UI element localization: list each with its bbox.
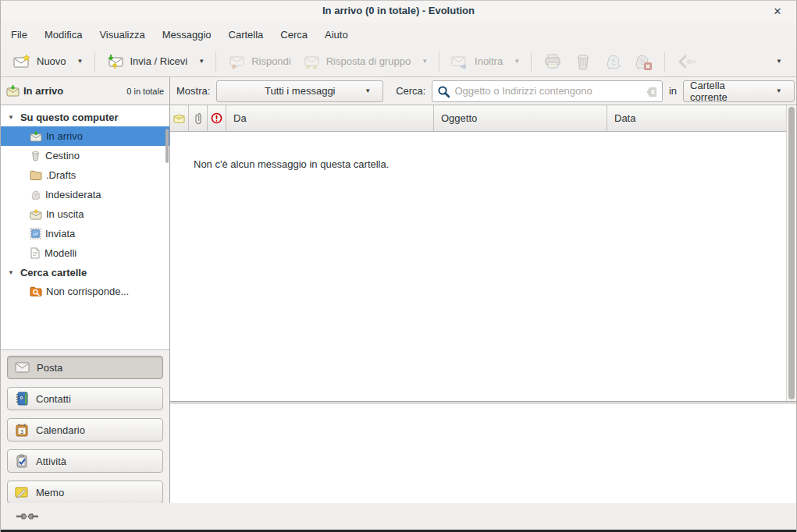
forward-label: Inoltra (475, 55, 503, 67)
switcher-calendar-button[interactable]: 3 Calendario (7, 418, 163, 442)
scrollbar-thumb[interactable] (788, 107, 795, 399)
folder-sent[interactable]: Inviata (1, 224, 169, 243)
new-dropdown-icon[interactable]: ▼ (72, 58, 89, 65)
close-icon[interactable]: ✕ (770, 4, 785, 20)
forward-icon (450, 54, 469, 69)
junk-icon (30, 190, 41, 200)
toolbar: Nuovo ▼ Invia / Ricevi ▼ Rispondi Rispos… (1, 46, 796, 77)
not-junk-icon (633, 53, 653, 70)
expander-icon[interactable]: ▼ (8, 269, 14, 276)
column-subject[interactable]: Oggetto (434, 105, 607, 132)
menu-cerca[interactable]: Cerca (272, 24, 316, 45)
online-status-icon[interactable] (16, 511, 38, 522)
print-button[interactable] (537, 49, 568, 74)
new-button-label: Nuovo (37, 55, 66, 67)
view-switcher: Posta Contatti 3 Calendario (1, 350, 169, 504)
content-area: ▼ Su questo computer In arrivo Cestino (1, 105, 796, 503)
group-reply-icon (302, 54, 321, 69)
search-box (432, 80, 663, 102)
document-icon (30, 247, 41, 259)
switcher-label: Posta (37, 362, 62, 374)
folder-drafts[interactable]: .Drafts (1, 165, 169, 185)
folder-label: Inviata (45, 228, 75, 239)
folder-tree: ▼ Su questo computer In arrivo Cestino (1, 105, 169, 350)
forward-dropdown-icon[interactable]: ▼ (508, 58, 525, 65)
switcher-mail-button[interactable]: Posta (7, 356, 163, 379)
main-pane: Da Oggetto Data Non c'è alcun messaggio … (170, 105, 796, 503)
preview-pane (170, 404, 796, 503)
empty-folder-message: Non c'è alcun messaggio in questa cartel… (170, 132, 796, 170)
column-status[interactable] (170, 105, 189, 132)
inbox-icon (6, 85, 20, 97)
previous-message-icon (676, 53, 699, 70)
menu-modifica[interactable]: Modifica (36, 24, 91, 45)
group-reply-label: Risposta di gruppo (326, 55, 411, 67)
sidebar-scrollbar[interactable] (165, 129, 169, 163)
not-junk-button[interactable] (628, 49, 659, 74)
show-filter-dropdown[interactable]: Tutti i messaggi ▼ (216, 80, 383, 102)
search-scope-dropdown[interactable]: Cartella corrente ▼ (683, 80, 795, 102)
folder-message-count: 0 in totale (126, 87, 164, 96)
group-reply-button[interactable]: Risposta di gruppo (297, 50, 416, 73)
menubar: File Modifica Visualizza Messaggio Carte… (1, 23, 796, 46)
send-receive-button[interactable]: Invia / Ricevi (101, 50, 194, 73)
column-date[interactable]: Data (607, 105, 796, 132)
switcher-label: Calendario (36, 424, 85, 436)
expander-icon[interactable]: ▼ (8, 114, 14, 121)
switcher-contacts-button[interactable]: Contatti (7, 387, 163, 410)
show-filter-value: Tutti i messaggi (265, 85, 336, 97)
column-priority[interactable] (208, 105, 226, 132)
menu-file[interactable]: File (2, 24, 36, 45)
message-list-body: Non c'è alcun messaggio in questa cartel… (170, 132, 796, 401)
column-from[interactable]: Da (226, 105, 434, 132)
message-list-scrollbar[interactable] (786, 105, 796, 401)
print-icon (543, 53, 563, 70)
search-input[interactable] (454, 85, 642, 97)
tree-group-label: Cerca cartelle (20, 267, 87, 278)
sidebar: ▼ Su questo computer In arrivo Cestino (1, 105, 170, 503)
new-mail-icon (12, 54, 31, 69)
forward-button[interactable]: Inoltra (445, 50, 508, 73)
tasks-icon (15, 454, 29, 468)
switcher-label: Memo (36, 487, 64, 498)
tree-group-label: Su questo computer (20, 112, 119, 123)
reply-label: Rispondi (251, 55, 291, 67)
folder-junk[interactable]: Indesiderata (1, 185, 169, 204)
contacts-icon (15, 392, 29, 406)
search-icon (437, 85, 450, 98)
menu-visualizza[interactable]: Visualizza (91, 24, 153, 45)
folder-inbox[interactable]: In arrivo (1, 126, 169, 146)
switcher-tasks-button[interactable]: Attività (7, 449, 163, 473)
menu-cartella[interactable]: Cartella (220, 24, 272, 45)
folder-trash[interactable]: Cestino (1, 146, 169, 165)
tree-group-on-this-computer[interactable]: ▼ Su questo computer (1, 108, 169, 126)
group-reply-dropdown-icon[interactable]: ▼ (416, 58, 433, 65)
clear-search-icon[interactable] (646, 87, 657, 98)
delete-button[interactable] (568, 49, 598, 74)
switcher-memos-button[interactable]: Memo (7, 481, 163, 504)
column-attachment[interactable] (189, 105, 208, 132)
folder-templates[interactable]: Modelli (1, 243, 169, 263)
folder-unmatched[interactable]: Non corrisponde... (1, 282, 169, 301)
folder-outbox[interactable]: In uscita (1, 204, 169, 224)
junk-button[interactable] (598, 49, 628, 74)
previous-message-button[interactable] (671, 49, 705, 74)
menu-aiuto[interactable]: Aiuto (316, 24, 357, 45)
trash-icon (574, 53, 592, 70)
toolbar-separator (664, 51, 665, 72)
reply-icon (227, 54, 246, 69)
svg-text:3: 3 (20, 429, 23, 434)
new-button[interactable]: Nuovo (7, 50, 72, 73)
outbox-icon (30, 209, 42, 220)
window-title: In arrivo (0 in totale) - Evolution (1, 5, 796, 16)
menu-messaggio[interactable]: Messaggio (154, 24, 220, 45)
toolbar-overflow-icon[interactable]: ▼ (768, 55, 790, 68)
tree-group-search-folders[interactable]: ▼ Cerca cartelle (1, 263, 169, 282)
send-receive-dropdown-icon[interactable]: ▼ (193, 58, 210, 65)
toolbar-separator (215, 51, 216, 72)
search-folder-icon (30, 286, 42, 297)
reply-button[interactable]: Rispondi (222, 50, 297, 73)
message-list-header: Da Oggetto Data (170, 105, 796, 132)
folder-label: Modelli (44, 247, 76, 259)
folder-label: In arrivo (46, 130, 83, 142)
